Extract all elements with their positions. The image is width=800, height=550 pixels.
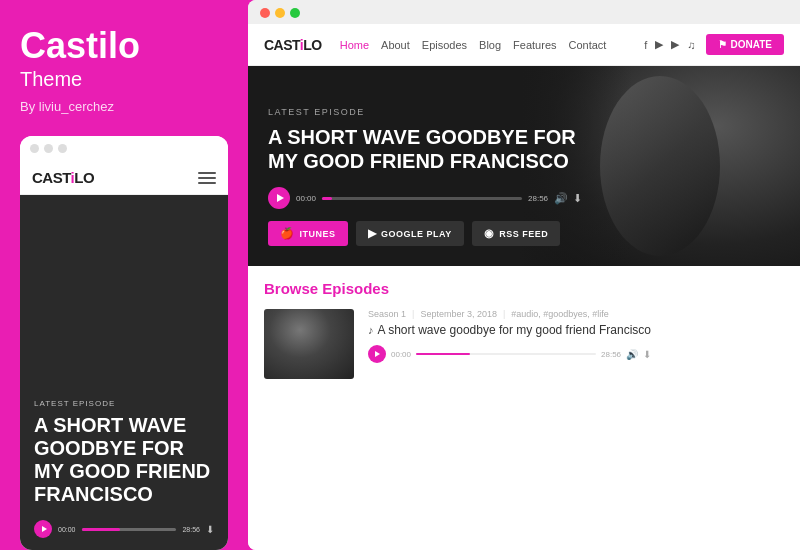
- itunes-button[interactable]: 🍎 ITUNES: [268, 221, 348, 246]
- hero-title: A SHORT WAVE GOODBYE FOR MY GOOD FRIEND …: [268, 125, 608, 173]
- rss-button[interactable]: ◉ RSS FEED: [472, 221, 561, 246]
- site-logo-accent: i: [300, 37, 303, 53]
- note-icon: ♪: [368, 324, 374, 336]
- nav-links: Home About Episodes Blog Features Contac…: [340, 39, 645, 51]
- episode-season: Season 1: [368, 309, 406, 319]
- ep-download-icon[interactable]: ⬇: [643, 349, 651, 360]
- mobile-download-icon[interactable]: ⬇: [206, 524, 214, 535]
- subscribe-buttons: 🍎 ITUNES ▶ GOOGLE PLAY ◉ RSS FEED: [268, 221, 780, 246]
- episode-info: Season 1 | September 3, 2018 | #audio, #…: [368, 309, 784, 363]
- brand-title: Castilo: [20, 28, 228, 64]
- episode-thumbnail-image: [264, 309, 354, 379]
- site-logo: CASTiLO: [264, 37, 322, 53]
- brand-by: By liviu_cerchez: [20, 99, 228, 114]
- latest-episode-label: LATEST EPISODE: [268, 107, 780, 117]
- nav-social: f ▶ ▶ ♫: [644, 38, 695, 51]
- hamburger-line-2: [198, 177, 216, 179]
- nav-link-episodes[interactable]: Episodes: [422, 39, 467, 51]
- mobile-time-end: 28:56: [182, 526, 200, 533]
- episode-audio-icons: 🔊 ⬇: [626, 349, 651, 360]
- volume-icon[interactable]: 🔊: [554, 192, 568, 205]
- ep-volume-icon[interactable]: 🔊: [626, 349, 638, 360]
- ep-time-start: 00:00: [391, 350, 411, 359]
- gplay-label: GOOGLE PLAY: [381, 229, 452, 239]
- hamburger-menu[interactable]: [198, 172, 216, 184]
- hero-progress-bar[interactable]: [322, 197, 522, 200]
- google-play-button[interactable]: ▶ GOOGLE PLAY: [356, 221, 464, 246]
- episode-title-text: A short wave goodbye for my good friend …: [378, 323, 651, 337]
- episode-progress-bar[interactable]: [416, 353, 596, 355]
- play-icon[interactable]: ▶: [655, 38, 663, 51]
- hero-content: LATEST EPISODE A SHORT WAVE GOODBYE FOR …: [248, 107, 800, 266]
- mobile-logo: CASTiLO: [32, 169, 94, 186]
- episode-date: September 3, 2018: [420, 309, 497, 319]
- dot-3: [58, 144, 67, 153]
- donate-label: DONATE: [731, 39, 772, 50]
- browser-close-dot[interactable]: [260, 8, 270, 18]
- youtube-icon[interactable]: ▶: [671, 38, 679, 51]
- rss-label: RSS FEED: [499, 229, 548, 239]
- hero-progress-fill: [322, 197, 332, 200]
- mobile-latest-label: LATEST EPISODE: [34, 399, 214, 408]
- episode-thumbnail: [264, 309, 354, 379]
- hero-audio-player: 00:00 28:56 🔊 ⬇: [268, 187, 780, 209]
- spotify-icon[interactable]: ♫: [687, 39, 695, 51]
- browse-title: Browse Episodes: [264, 280, 784, 297]
- download-hero-icon[interactable]: ⬇: [573, 192, 582, 205]
- mobile-play-button[interactable]: [34, 520, 52, 538]
- nav-link-home[interactable]: Home: [340, 39, 369, 51]
- itunes-icon: 🍎: [280, 227, 295, 240]
- mobile-time-start: 00:00: [58, 526, 76, 533]
- facebook-icon[interactable]: f: [644, 39, 647, 51]
- site-nav: CASTiLO Home About Episodes Blog Feature…: [248, 24, 800, 66]
- donate-flag: ⚑: [718, 39, 727, 50]
- episode-tags: #audio, #goodbyes, #life: [511, 309, 609, 319]
- hero-time-end: 28:56: [528, 194, 548, 203]
- episode-meta: Season 1 | September 3, 2018 | #audio, #…: [368, 309, 784, 319]
- nav-link-features[interactable]: Features: [513, 39, 556, 51]
- audio-icons: 🔊 ⬇: [554, 192, 582, 205]
- browser-minimize-dot[interactable]: [275, 8, 285, 18]
- left-panel: Castilo Theme By liviu_cerchez CASTiLO L…: [0, 0, 248, 550]
- right-panel: CASTiLO Home About Episodes Blog Feature…: [248, 0, 800, 550]
- mobile-nav: CASTiLO: [20, 161, 228, 195]
- mobile-titlebar: [20, 136, 228, 161]
- itunes-label: ITUNES: [300, 229, 336, 239]
- episode-play-button[interactable]: [368, 345, 386, 363]
- meta-sep-2: |: [503, 309, 505, 319]
- hamburger-line-3: [198, 182, 216, 184]
- browser-chrome: [248, 0, 800, 24]
- dot-1: [30, 144, 39, 153]
- mobile-logo-accent: i: [71, 169, 75, 186]
- mobile-preview-card: CASTiLO LATEST EPISODE A SHORT WAVE GOOD…: [20, 136, 228, 550]
- mobile-progress-bar[interactable]: [82, 528, 177, 531]
- mobile-progress-fill: [82, 528, 120, 531]
- episode-audio-row: 00:00 28:56 🔊 ⬇: [368, 345, 784, 363]
- browser-maximize-dot[interactable]: [290, 8, 300, 18]
- mobile-audio-bar: 00:00 28:56 ⬇: [34, 520, 214, 538]
- nav-link-about[interactable]: About: [381, 39, 410, 51]
- episode-row: Season 1 | September 3, 2018 | #audio, #…: [264, 309, 784, 379]
- meta-sep-1: |: [412, 309, 414, 319]
- hero-section: LATEST EPISODE A SHORT WAVE GOODBYE FOR …: [248, 66, 800, 266]
- browse-word: Browse: [264, 280, 322, 297]
- browse-section: Browse Episodes Season 1 | September 3, …: [248, 266, 800, 550]
- browse-episodes-word: Episodes: [322, 280, 389, 297]
- hero-play-button[interactable]: [268, 187, 290, 209]
- mobile-hero-title: A SHORT WAVE GOODBYE FOR MY GOOD FRIEND …: [34, 414, 214, 506]
- donate-button[interactable]: ⚑ DONATE: [706, 34, 784, 55]
- hero-time-start: 00:00: [296, 194, 316, 203]
- rss-icon: ◉: [484, 227, 495, 240]
- dot-2: [44, 144, 53, 153]
- brand-subtitle: Theme: [20, 68, 228, 91]
- hamburger-line-1: [198, 172, 216, 174]
- episode-progress-fill: [416, 353, 470, 355]
- gplay-icon: ▶: [368, 227, 377, 240]
- mobile-hero: LATEST EPISODE A SHORT WAVE GOODBYE FOR …: [20, 195, 228, 550]
- nav-link-contact[interactable]: Contact: [569, 39, 607, 51]
- ep-time-end: 28:56: [601, 350, 621, 359]
- nav-link-blog[interactable]: Blog: [479, 39, 501, 51]
- episode-title[interactable]: ♪ A short wave goodbye for my good frien…: [368, 323, 784, 337]
